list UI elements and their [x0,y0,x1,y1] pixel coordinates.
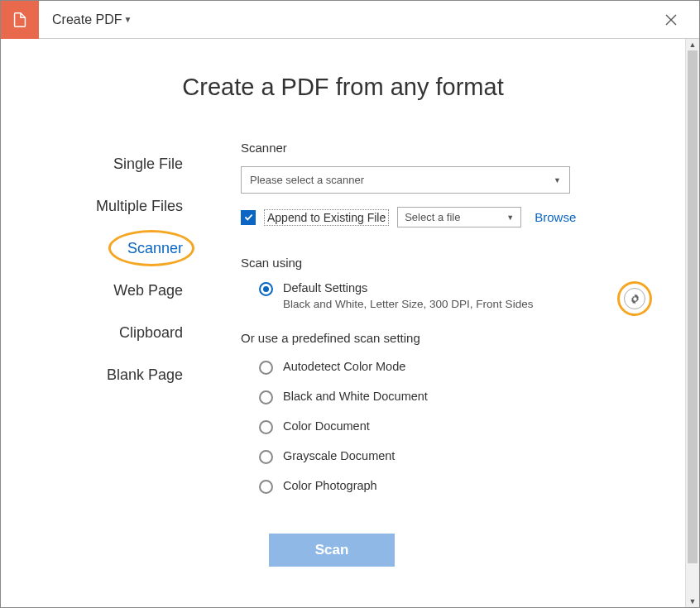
close-icon [664,13,678,26]
radio-label: Color Document [283,419,370,433]
vertical-scrollbar[interactable]: ▲ ▼ [685,39,699,607]
caret-down-icon: ▼ [123,15,132,24]
source-sidebar: Single File Multiple Files Scanner Web P… [34,141,199,567]
dialog-header: Create PDF ▼ [1,1,699,39]
dialog-title-text: Create PDF [52,12,122,27]
scanner-section-label: Scanner [241,141,652,155]
file-select[interactable]: Select a file ▼ [397,207,521,227]
sidebar-item-clipboard[interactable]: Clipboard [34,314,199,352]
default-settings-sub: Black and White, Letter Size, 300 DPI, F… [283,298,533,310]
sidebar-item-multiple-files[interactable]: Multiple Files [34,188,199,225]
file-select-placeholder: Select a file [405,211,460,223]
browse-link[interactable]: Browse [535,210,576,224]
scroll-down-arrow-icon[interactable]: ▼ [686,596,699,607]
default-settings-row: Default Settings Black and White, Letter… [241,281,652,316]
sidebar-item-web-page[interactable]: Web Page [34,272,199,309]
gear-icon [629,293,641,305]
sidebar-item-blank-page[interactable]: Blank Page [34,357,199,394]
radio-label: Color Photograph [283,479,377,492]
radio-color-photo[interactable] [259,480,273,494]
radio-grayscale-doc[interactable] [259,450,273,464]
radio-row-bw: Black and White Document [241,390,652,405]
predefined-label: Or use a predefined scan setting [241,331,652,345]
scanner-select-placeholder: Please select a scanner [250,174,364,186]
sidebar-item-label: Scanner [127,240,183,256]
caret-down-icon: ▼ [506,213,514,222]
scan-button[interactable]: Scan [269,534,395,567]
scrollbar-thumb[interactable] [688,50,698,563]
append-checkbox[interactable] [241,210,256,225]
page-title: Create a PDF from any format [1,74,685,101]
app-icon-box [1,1,39,39]
radio-label: Black and White Document [283,390,428,403]
check-icon [243,212,254,223]
settings-highlight [617,281,652,316]
main-content: Create a PDF from any format Single File… [1,39,685,607]
radio-label: Autodetect Color Mode [283,360,405,373]
scan-settings-button[interactable] [624,288,645,309]
radio-label: Default Settings [283,281,533,294]
sidebar-item-label: Clipboard [119,324,183,341]
dialog-title[interactable]: Create PDF ▼ [52,12,132,27]
scan-using-label: Scan using [241,256,652,270]
sidebar-item-label: Multiple Files [96,198,183,214]
append-label: Append to Existing File [264,209,389,226]
append-row: Append to Existing File Select a file ▼ … [241,207,652,227]
caret-down-icon: ▼ [554,176,561,184]
radio-black-white-doc[interactable] [259,390,273,405]
radio-row-color-photo: Color Photograph [241,479,652,494]
radio-row-autodetect: Autodetect Color Mode [241,360,652,375]
sidebar-item-label: Single File [113,156,183,172]
radio-label: Grayscale Document [283,449,395,462]
scanner-pane: Scanner Please select a scanner ▼ Append… [199,141,652,567]
sidebar-item-scanner[interactable]: Scanner [34,230,199,267]
radio-color-doc[interactable] [259,420,273,434]
document-plus-icon [11,11,29,29]
radio-row-grayscale: Grayscale Document [241,449,652,464]
sidebar-item-single-file[interactable]: Single File [34,146,199,183]
radio-default-settings[interactable] [259,282,273,296]
close-button[interactable] [658,10,684,30]
scroll-up-arrow-icon[interactable]: ▲ [686,39,699,50]
scanner-select[interactable]: Please select a scanner ▼ [241,166,570,194]
sidebar-item-label: Web Page [113,282,183,299]
sidebar-item-label: Blank Page [107,366,183,383]
radio-row-color-doc: Color Document [241,419,652,434]
radio-autodetect-color[interactable] [259,361,273,375]
